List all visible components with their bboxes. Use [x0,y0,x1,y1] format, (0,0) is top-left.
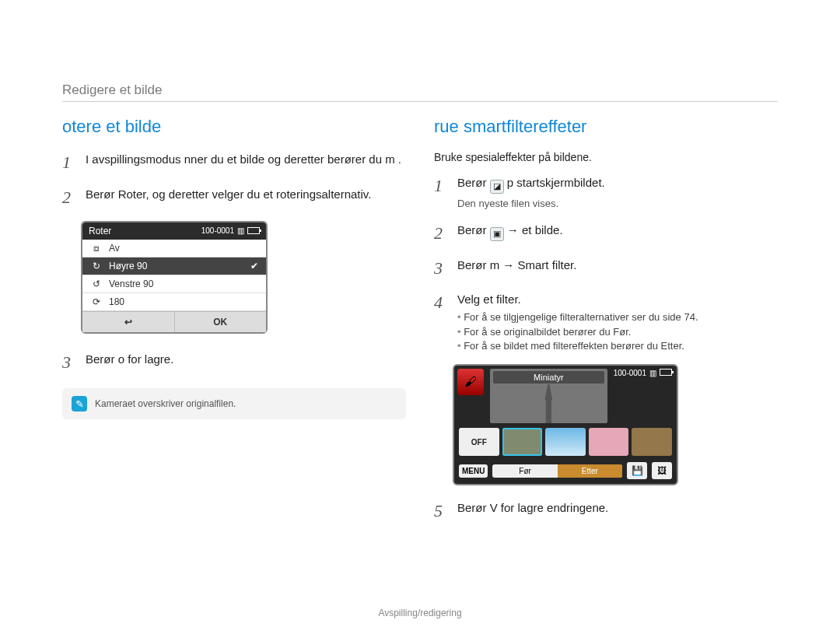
battery-icon [660,369,672,376]
ok-button[interactable]: OK [175,312,267,332]
rotate-right-label: Høyre 90 [109,261,147,271]
step-2b: → et bilde. [507,223,563,236]
step-1-sub: Den nyeste ﬁlen vises. [457,197,605,211]
step-1a: Berør [457,176,487,189]
preview-area: Miniatyr [490,369,607,423]
preview-label: Miniatyr [493,371,604,384]
save-icon: 💾 [632,465,643,476]
rotate-right-icon: ↻ [90,261,103,271]
step-number: 1 [434,174,446,211]
rotate-off-label: Av [109,243,120,254]
note-text: Kameraet overskriver originalﬁlen. [95,398,236,409]
rotate-option-right-90[interactable]: ↻ Høyre 90 ✔ [82,257,266,275]
step-number: 4 [434,291,446,353]
card-icon: ▥ [649,369,656,377]
file-indicator: 100-0001 [201,226,234,235]
left-title: otere et bilde [62,117,406,137]
left-column: otere et bilde 1 I avspillingsmodus nner… [62,62,406,634]
filter-off-thumb[interactable]: OFF [459,428,499,456]
rotate-option-off[interactable]: ⧈ Av [82,240,266,257]
filter-thumb-3[interactable] [545,428,586,456]
step-2-text: Berør Roter, og deretter velger du et ro… [86,186,371,210]
save-button[interactable]: 💾 [627,462,647,479]
rotate-left-icon: ↺ [90,278,103,289]
gallery-icon: ▣ [490,227,504,241]
step-number: 2 [434,222,446,246]
battery-icon [247,227,260,234]
info-icon: ✎ [72,396,87,412]
share-button[interactable]: 🖼 [652,462,672,479]
before-after-toggle[interactable]: Før Etter [492,464,622,478]
step-4-bullet-1: For å se tilgjengelige ﬁlteralternativer… [457,310,698,324]
rotate-title: Roter [89,226,111,236]
file-indicator-2: 100-0001 [614,369,646,377]
rotate-option-left-90[interactable]: ↺ Venstre 90 [82,275,266,293]
card-icon: ▥ [237,226,244,235]
step-1b: p startskjermbildet. [507,176,605,189]
rotate-ui-mock: Roter 100-0001 ▥ ⧈ Av ↻ Høyre 90 ✔ [81,221,268,334]
step-number: 3 [62,351,75,375]
step-2a: Berør [457,223,487,236]
home-icon[interactable]: 🖌 [457,369,484,395]
step-number: 3 [434,257,446,281]
step-3-text: Berør o for lagre. [86,351,173,375]
off-icon: ⧈ [90,243,103,254]
before-seg[interactable]: Før [492,464,557,478]
step-number: 1 [62,151,75,175]
check-icon: ✔ [250,261,258,271]
filter-thumb-selected[interactable] [502,428,543,456]
filter-thumb-5[interactable] [632,428,672,456]
after-seg[interactable]: Etter [558,464,622,478]
person-silhouette [539,384,558,423]
step-4-bullet-2: For å se originalbildet berører du Før. [457,325,698,339]
rotate-180-icon: ⟳ [90,296,103,307]
ok-label: OK [213,317,227,328]
right-intro: Bruke spesialeffekter på bildene. [434,151,778,163]
back-button[interactable]: ↩ [82,312,175,332]
note-callout: ✎ Kameraet overskriver originalﬁlen. [62,388,406,419]
step-3-right: Berør m → Smart ﬁlter. [457,257,576,281]
rotate-180-label: 180 [109,296,124,307]
rotate-option-180[interactable]: ⟳ 180 [82,293,266,311]
rotate-left-label: Venstre 90 [109,278,153,289]
step-number: 2 [62,186,75,210]
smart-filter-ui-mock: 🖌 Miniatyr 100-0001 ▥ OFF MENU [453,364,678,485]
step-4-bullet-3: For å se bildet med ﬁltereffekten berøre… [457,339,698,353]
step-5-text: Berør V for lagre endringene. [457,499,608,524]
home-app-icon: ◪ [490,180,504,194]
menu-button[interactable]: MENU [459,464,488,478]
share-icon: 🖼 [657,465,667,476]
step-1-text: I avspillingsmodus nner du et bilde og d… [86,151,401,175]
step-4-text: Velg et ﬁlter. [457,292,521,306]
back-icon: ↩ [124,317,132,328]
right-column: rue smartﬁltereffeter Bruke spesialeffek… [434,62,778,634]
page-footer: Avspilling/redigering [0,608,840,618]
right-title: rue smartﬁltereffeter [434,117,778,137]
step-number: 5 [434,499,446,524]
filter-thumb-4[interactable] [589,428,629,456]
